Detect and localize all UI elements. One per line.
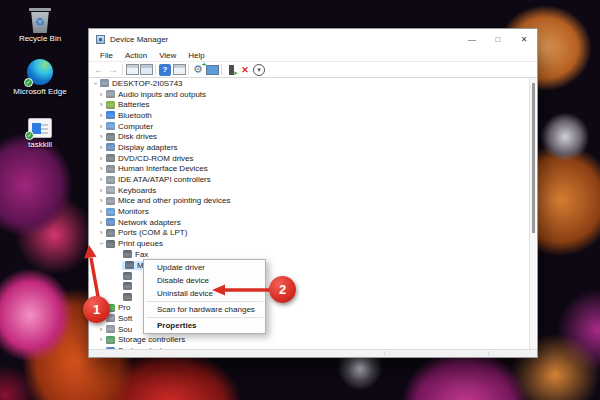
window-controls: — □ ✕ [459, 29, 537, 49]
chevron-collapsed-icon[interactable]: › [97, 325, 105, 334]
context-menu-item-uninstall-device[interactable]: Uninstall device [144, 287, 265, 300]
console-window-icon[interactable] [125, 63, 139, 76]
desktop-icon-taskkill[interactable]: ✓taskkill [8, 110, 72, 149]
update-driver-icon[interactable] [224, 63, 238, 76]
tree-row[interactable]: ›Keyboards [90, 185, 529, 196]
chevron-collapsed-icon[interactable]: › [97, 228, 105, 237]
chevron-collapsed-icon[interactable]: › [97, 218, 105, 227]
ports-icon [106, 229, 115, 237]
desktop-icon-microsoft-edge[interactable]: ✓Microsoft Edge [8, 57, 72, 96]
tree-row[interactable]: ›Print queues [90, 238, 529, 249]
properties-panel-icon[interactable] [139, 63, 153, 76]
tree-item-label: Monitors [118, 207, 149, 216]
tree-item-label: Mice and other pointing devices [118, 196, 231, 205]
recycle-bin-lid [29, 8, 51, 11]
tree-item-label: IDE ATA/ATAPI controllers [118, 175, 211, 184]
tree-item-label: Batteries [118, 100, 150, 109]
status-bar [89, 349, 537, 357]
tree-row[interactable]: ›IDE ATA/ATAPI controllers [90, 174, 529, 185]
context-menu-item-properties[interactable]: Properties [144, 319, 265, 332]
chevron-collapsed-icon[interactable]: › [97, 207, 105, 216]
chevron-collapsed-icon[interactable]: › [97, 154, 105, 163]
check-badge-icon: ✓ [24, 78, 33, 87]
chevron-collapsed-icon[interactable]: › [97, 100, 105, 109]
minimize-button[interactable]: — [459, 29, 485, 49]
desktop-icon-label: taskkill [28, 140, 52, 149]
printer-icon [123, 250, 132, 258]
window-title: Device Manager [110, 35, 168, 44]
remote-computer-icon[interactable] [205, 63, 219, 76]
ide-controller-icon [106, 176, 115, 184]
tree-row[interactable]: ›Computer [90, 121, 529, 132]
forward-icon[interactable]: → [106, 63, 120, 76]
tree-row[interactable]: ›Mice and other pointing devices [90, 196, 529, 207]
mouse-icon [106, 197, 115, 205]
disable-device-icon[interactable] [252, 63, 266, 76]
menu-file[interactable]: File [94, 51, 119, 60]
tree-item-label: Bluetooth [118, 111, 152, 120]
toolbar-separator [221, 64, 222, 75]
vertical-scrollbar[interactable] [529, 78, 536, 349]
title-bar[interactable]: Device Manager — □ ✕ [89, 29, 537, 49]
menu-help[interactable]: Help [182, 51, 210, 60]
tree-row[interactable]: ›Network adapters [90, 217, 529, 228]
tree-item-label: Network adapters [118, 218, 181, 227]
chevron-collapsed-icon[interactable]: › [97, 186, 105, 195]
disk-drive-icon [106, 133, 115, 141]
scan-hardware-icon[interactable]: ⚙ [191, 63, 205, 76]
chevron-collapsed-icon[interactable]: › [97, 132, 105, 141]
chevron-collapsed-icon[interactable]: › [97, 122, 105, 131]
chevron-collapsed-icon[interactable]: › [97, 196, 105, 205]
tree-item-label: Computer [118, 122, 153, 131]
printer-icon [123, 293, 132, 301]
desktop-icon-recycle-bin[interactable]: ♻Recycle Bin [8, 4, 72, 43]
tree-row[interactable]: ›Audio inputs and outputs [90, 89, 529, 100]
tree-row[interactable]: ›Human Interface Devices [90, 164, 529, 175]
tree-item-label: DVD/CD-ROM drives [118, 154, 194, 163]
chevron-collapsed-icon[interactable]: › [97, 164, 105, 173]
tree-row[interactable]: ›Disk drives [90, 131, 529, 142]
toolbar-separator [122, 64, 123, 75]
context-menu-item-scan-for-hardware-changes[interactable]: Scan for hardware changes [144, 303, 265, 316]
chevron-collapsed-icon[interactable]: › [97, 90, 105, 99]
tree-item-label: DESKTOP-2I0S743 [112, 79, 183, 88]
tree-row[interactable]: ›DESKTOP-2I0S743 [90, 78, 529, 89]
tree-row[interactable]: ›DVD/CD-ROM drives [90, 153, 529, 164]
tree-item-label: Soft [118, 314, 132, 323]
back-icon[interactable]: ← [92, 63, 106, 76]
maximize-button[interactable]: □ [485, 29, 511, 49]
context-menu-separator [146, 301, 263, 302]
tree-row[interactable]: ›Ports (COM & LPT) [90, 228, 529, 239]
tree-row[interactable]: ›Storage controllers [90, 335, 529, 346]
chevron-collapsed-icon[interactable]: › [97, 175, 105, 184]
chevron-collapsed-icon[interactable]: › [97, 111, 105, 120]
printer-icon [125, 261, 134, 269]
menu-view[interactable]: View [153, 51, 182, 60]
desktop-icon-list: ♻Recycle Bin✓Microsoft Edge✓taskkill [8, 4, 72, 163]
hid-icon [106, 165, 115, 173]
context-menu-item-update-driver[interactable]: Update driver [144, 261, 265, 274]
chevron-collapsed-icon[interactable]: › [97, 143, 105, 152]
battery-icon [106, 101, 115, 109]
tree-item-label: Pro [118, 303, 130, 312]
menu-action[interactable]: Action [119, 51, 153, 60]
uninstall-device-icon[interactable]: ✕ [238, 63, 252, 76]
tree-row[interactable]: ›Bluetooth [90, 110, 529, 121]
display-adapter-icon [106, 143, 115, 151]
check-badge-icon: ✓ [25, 131, 34, 140]
tree-item-label: Disk drives [118, 132, 157, 141]
tree-row[interactable]: ›Monitors [90, 206, 529, 217]
tree-row[interactable]: ›Batteries [90, 99, 529, 110]
help-icon[interactable]: ? [159, 64, 171, 76]
chevron-expanded-icon[interactable]: › [97, 240, 106, 248]
chevron-expanded-icon[interactable]: › [91, 79, 100, 87]
details-panel-icon[interactable] [172, 63, 186, 76]
chevron-collapsed-icon[interactable]: › [97, 335, 105, 344]
close-button[interactable]: ✕ [511, 29, 537, 49]
context-menu-item-disable-device[interactable]: Disable device [144, 274, 265, 287]
scrollbar-thumb[interactable] [532, 83, 535, 233]
toolbar: ←→?⚙✕ [89, 62, 537, 78]
tree-row[interactable]: ›Display adapters [90, 142, 529, 153]
tree-item-label: Audio inputs and outputs [118, 90, 206, 99]
printer-icon [123, 282, 132, 290]
